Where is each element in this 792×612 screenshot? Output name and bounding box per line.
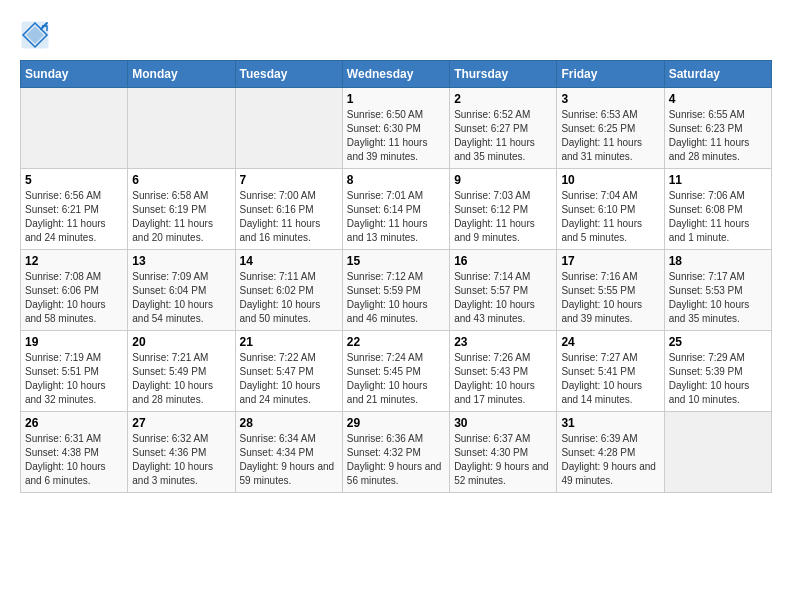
day-detail: Sunrise: 7:22 AMSunset: 5:47 PMDaylight:… bbox=[240, 351, 338, 407]
calendar-cell: 1Sunrise: 6:50 AMSunset: 6:30 PMDaylight… bbox=[342, 88, 449, 169]
calendar-cell bbox=[21, 88, 128, 169]
day-number: 12 bbox=[25, 254, 123, 268]
day-number: 8 bbox=[347, 173, 445, 187]
day-number: 14 bbox=[240, 254, 338, 268]
day-detail: Sunrise: 7:19 AMSunset: 5:51 PMDaylight:… bbox=[25, 351, 123, 407]
calendar-cell: 8Sunrise: 7:01 AMSunset: 6:14 PMDaylight… bbox=[342, 169, 449, 250]
day-detail: Sunrise: 6:39 AMSunset: 4:28 PMDaylight:… bbox=[561, 432, 659, 488]
day-number: 31 bbox=[561, 416, 659, 430]
calendar-cell: 3Sunrise: 6:53 AMSunset: 6:25 PMDaylight… bbox=[557, 88, 664, 169]
weekday-header-thursday: Thursday bbox=[450, 61, 557, 88]
day-detail: Sunrise: 7:04 AMSunset: 6:10 PMDaylight:… bbox=[561, 189, 659, 245]
day-number: 6 bbox=[132, 173, 230, 187]
day-detail: Sunrise: 7:14 AMSunset: 5:57 PMDaylight:… bbox=[454, 270, 552, 326]
day-number: 19 bbox=[25, 335, 123, 349]
calendar-cell: 25Sunrise: 7:29 AMSunset: 5:39 PMDayligh… bbox=[664, 331, 771, 412]
day-detail: Sunrise: 6:31 AMSunset: 4:38 PMDaylight:… bbox=[25, 432, 123, 488]
day-number: 17 bbox=[561, 254, 659, 268]
calendar-cell: 30Sunrise: 6:37 AMSunset: 4:30 PMDayligh… bbox=[450, 412, 557, 493]
day-number: 26 bbox=[25, 416, 123, 430]
weekday-header-tuesday: Tuesday bbox=[235, 61, 342, 88]
calendar-cell: 15Sunrise: 7:12 AMSunset: 5:59 PMDayligh… bbox=[342, 250, 449, 331]
day-detail: Sunrise: 7:26 AMSunset: 5:43 PMDaylight:… bbox=[454, 351, 552, 407]
day-number: 4 bbox=[669, 92, 767, 106]
calendar-cell bbox=[664, 412, 771, 493]
calendar-cell: 16Sunrise: 7:14 AMSunset: 5:57 PMDayligh… bbox=[450, 250, 557, 331]
day-detail: Sunrise: 6:55 AMSunset: 6:23 PMDaylight:… bbox=[669, 108, 767, 164]
day-number: 25 bbox=[669, 335, 767, 349]
day-detail: Sunrise: 6:58 AMSunset: 6:19 PMDaylight:… bbox=[132, 189, 230, 245]
day-detail: Sunrise: 7:11 AMSunset: 6:02 PMDaylight:… bbox=[240, 270, 338, 326]
day-detail: Sunrise: 6:34 AMSunset: 4:34 PMDaylight:… bbox=[240, 432, 338, 488]
day-detail: Sunrise: 7:06 AMSunset: 6:08 PMDaylight:… bbox=[669, 189, 767, 245]
day-number: 21 bbox=[240, 335, 338, 349]
calendar-cell: 4Sunrise: 6:55 AMSunset: 6:23 PMDaylight… bbox=[664, 88, 771, 169]
calendar-week-2: 5Sunrise: 6:56 AMSunset: 6:21 PMDaylight… bbox=[21, 169, 772, 250]
day-number: 27 bbox=[132, 416, 230, 430]
calendar-cell: 20Sunrise: 7:21 AMSunset: 5:49 PMDayligh… bbox=[128, 331, 235, 412]
calendar-cell: 21Sunrise: 7:22 AMSunset: 5:47 PMDayligh… bbox=[235, 331, 342, 412]
calendar-cell: 23Sunrise: 7:26 AMSunset: 5:43 PMDayligh… bbox=[450, 331, 557, 412]
day-number: 30 bbox=[454, 416, 552, 430]
calendar-cell: 28Sunrise: 6:34 AMSunset: 4:34 PMDayligh… bbox=[235, 412, 342, 493]
day-detail: Sunrise: 7:09 AMSunset: 6:04 PMDaylight:… bbox=[132, 270, 230, 326]
calendar-cell: 18Sunrise: 7:17 AMSunset: 5:53 PMDayligh… bbox=[664, 250, 771, 331]
day-number: 1 bbox=[347, 92, 445, 106]
calendar-cell: 14Sunrise: 7:11 AMSunset: 6:02 PMDayligh… bbox=[235, 250, 342, 331]
day-number: 18 bbox=[669, 254, 767, 268]
day-detail: Sunrise: 7:12 AMSunset: 5:59 PMDaylight:… bbox=[347, 270, 445, 326]
day-number: 28 bbox=[240, 416, 338, 430]
day-number: 13 bbox=[132, 254, 230, 268]
day-number: 7 bbox=[240, 173, 338, 187]
calendar-cell: 19Sunrise: 7:19 AMSunset: 5:51 PMDayligh… bbox=[21, 331, 128, 412]
weekday-header-saturday: Saturday bbox=[664, 61, 771, 88]
calendar-cell: 17Sunrise: 7:16 AMSunset: 5:55 PMDayligh… bbox=[557, 250, 664, 331]
day-detail: Sunrise: 7:01 AMSunset: 6:14 PMDaylight:… bbox=[347, 189, 445, 245]
calendar-week-5: 26Sunrise: 6:31 AMSunset: 4:38 PMDayligh… bbox=[21, 412, 772, 493]
calendar-cell: 6Sunrise: 6:58 AMSunset: 6:19 PMDaylight… bbox=[128, 169, 235, 250]
day-detail: Sunrise: 6:50 AMSunset: 6:30 PMDaylight:… bbox=[347, 108, 445, 164]
day-detail: Sunrise: 6:56 AMSunset: 6:21 PMDaylight:… bbox=[25, 189, 123, 245]
page-header bbox=[20, 20, 772, 50]
calendar-week-3: 12Sunrise: 7:08 AMSunset: 6:06 PMDayligh… bbox=[21, 250, 772, 331]
day-number: 23 bbox=[454, 335, 552, 349]
day-detail: Sunrise: 7:08 AMSunset: 6:06 PMDaylight:… bbox=[25, 270, 123, 326]
day-detail: Sunrise: 6:32 AMSunset: 4:36 PMDaylight:… bbox=[132, 432, 230, 488]
day-number: 22 bbox=[347, 335, 445, 349]
calendar-table: SundayMondayTuesdayWednesdayThursdayFrid… bbox=[20, 60, 772, 493]
logo-icon bbox=[20, 20, 50, 50]
calendar-cell: 7Sunrise: 7:00 AMSunset: 6:16 PMDaylight… bbox=[235, 169, 342, 250]
day-number: 24 bbox=[561, 335, 659, 349]
day-detail: Sunrise: 6:37 AMSunset: 4:30 PMDaylight:… bbox=[454, 432, 552, 488]
calendar-cell: 5Sunrise: 6:56 AMSunset: 6:21 PMDaylight… bbox=[21, 169, 128, 250]
day-detail: Sunrise: 6:53 AMSunset: 6:25 PMDaylight:… bbox=[561, 108, 659, 164]
day-detail: Sunrise: 7:16 AMSunset: 5:55 PMDaylight:… bbox=[561, 270, 659, 326]
calendar-cell: 22Sunrise: 7:24 AMSunset: 5:45 PMDayligh… bbox=[342, 331, 449, 412]
day-number: 2 bbox=[454, 92, 552, 106]
day-detail: Sunrise: 7:03 AMSunset: 6:12 PMDaylight:… bbox=[454, 189, 552, 245]
weekday-header-friday: Friday bbox=[557, 61, 664, 88]
logo bbox=[20, 20, 54, 50]
calendar-cell: 11Sunrise: 7:06 AMSunset: 6:08 PMDayligh… bbox=[664, 169, 771, 250]
calendar-cell: 29Sunrise: 6:36 AMSunset: 4:32 PMDayligh… bbox=[342, 412, 449, 493]
calendar-cell: 24Sunrise: 7:27 AMSunset: 5:41 PMDayligh… bbox=[557, 331, 664, 412]
calendar-cell: 31Sunrise: 6:39 AMSunset: 4:28 PMDayligh… bbox=[557, 412, 664, 493]
weekday-header-monday: Monday bbox=[128, 61, 235, 88]
day-number: 29 bbox=[347, 416, 445, 430]
calendar-cell: 26Sunrise: 6:31 AMSunset: 4:38 PMDayligh… bbox=[21, 412, 128, 493]
calendar-cell bbox=[128, 88, 235, 169]
day-detail: Sunrise: 7:29 AMSunset: 5:39 PMDaylight:… bbox=[669, 351, 767, 407]
weekday-header-wednesday: Wednesday bbox=[342, 61, 449, 88]
day-number: 16 bbox=[454, 254, 552, 268]
calendar-cell: 10Sunrise: 7:04 AMSunset: 6:10 PMDayligh… bbox=[557, 169, 664, 250]
day-number: 9 bbox=[454, 173, 552, 187]
day-number: 10 bbox=[561, 173, 659, 187]
calendar-cell: 9Sunrise: 7:03 AMSunset: 6:12 PMDaylight… bbox=[450, 169, 557, 250]
day-detail: Sunrise: 7:21 AMSunset: 5:49 PMDaylight:… bbox=[132, 351, 230, 407]
calendar-week-1: 1Sunrise: 6:50 AMSunset: 6:30 PMDaylight… bbox=[21, 88, 772, 169]
calendar-cell: 12Sunrise: 7:08 AMSunset: 6:06 PMDayligh… bbox=[21, 250, 128, 331]
calendar-cell bbox=[235, 88, 342, 169]
day-number: 5 bbox=[25, 173, 123, 187]
day-number: 20 bbox=[132, 335, 230, 349]
day-number: 3 bbox=[561, 92, 659, 106]
